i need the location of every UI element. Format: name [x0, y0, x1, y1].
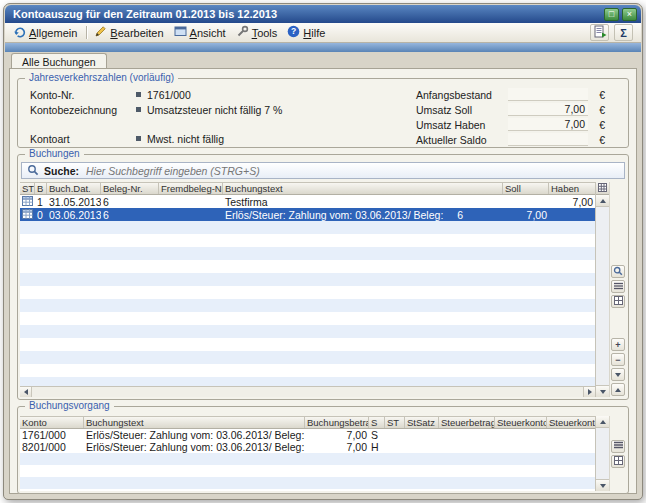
scroll-down-button[interactable]	[596, 385, 609, 397]
column-header-steuerbetrag[interactable]: Steuerbetrag	[439, 417, 495, 428]
cell-steuerkonto1	[495, 429, 547, 441]
column-header-buchungstext[interactable]: Buchungstext	[84, 417, 305, 428]
table-row[interactable]: 1 31.05.2013 6 Testfirma 7,00	[20, 195, 595, 208]
table-row[interactable]	[20, 247, 595, 260]
cell-buchdat: 31.05.2013	[47, 195, 101, 208]
table-row[interactable]: 8201/000 Erlös/Steuer: Zahlung vom: 03.0…	[20, 441, 595, 453]
column-header-st[interactable]: ST	[385, 417, 405, 428]
column-chooser-button[interactable]	[596, 182, 609, 195]
column-header-belegnr[interactable]: Beleg-Nr.	[101, 183, 159, 194]
table-row[interactable]	[20, 364, 595, 377]
nav-down-icon	[615, 373, 621, 377]
table-row[interactable]	[20, 351, 595, 364]
add-row-button[interactable]: +	[611, 338, 625, 351]
list-view-button[interactable]	[611, 440, 625, 453]
table-row[interactable]	[20, 338, 595, 351]
groupbox-buchungsvorgang: Buchungsvorgang Konto Buchungstext Buchu…	[17, 406, 629, 494]
table-row[interactable]	[20, 312, 595, 325]
column-header-steuerkonto1[interactable]: Steuerkonto 1	[495, 417, 547, 428]
titlebar[interactable]: Kontoauszug für den Zeitraum 01.2013 bis…	[5, 5, 641, 23]
cell-konto: 8201/000	[20, 441, 84, 453]
shade-button[interactable]: □	[604, 8, 619, 21]
vertical-scroll-track[interactable]	[596, 207, 609, 385]
menu-bearbeiten[interactable]: Bearbeiten	[90, 24, 169, 41]
menu-ansicht[interactable]: Ansicht	[170, 24, 232, 41]
horizontal-scroll-track[interactable]	[32, 387, 583, 397]
scroll-left-button[interactable]	[20, 387, 32, 397]
cell-buchungstext: Erlös/Steuer: Zahlung vom: 03.06.2013/ B…	[84, 441, 305, 453]
field-konto-nr: Konto-Nr. 1761/000	[30, 87, 282, 102]
field-value: Mwst. nicht fällig	[147, 133, 224, 145]
field-label: Anfangsbestand	[416, 89, 508, 101]
column-header-soll[interactable]: Soll	[503, 183, 549, 194]
search-label: Suche:	[44, 165, 79, 177]
column-header-fremdbelegnr[interactable]: Fremdbeleg-Nr.	[159, 183, 223, 194]
table-row[interactable]	[20, 477, 595, 489]
column-header-steuerkonto2[interactable]: Steuerkonto 2	[547, 417, 595, 428]
column-header-buchungstext[interactable]: Buchungstext	[223, 183, 503, 194]
table-row[interactable]	[20, 453, 595, 465]
table-row[interactable]	[20, 465, 595, 477]
column-header-st[interactable]: ST	[20, 183, 35, 194]
search-bar[interactable]: Suche:	[21, 162, 625, 179]
table-row-selected[interactable]: 0 03.06.2013 6 Erlös/Steuer: Zahlung vom…	[20, 208, 595, 221]
column-header-stsatz[interactable]: StSatz	[405, 417, 439, 428]
table-row[interactable]	[20, 299, 595, 312]
cell-buchungstext: Erlös/Steuer: Zahlung vom: 03.06.2013/ B…	[223, 208, 503, 221]
table-row[interactable]: 1761/000 Erlös/Steuer: Zahlung vom: 03.0…	[20, 429, 595, 441]
vertical-scrollbar[interactable]	[595, 182, 609, 397]
table-row[interactable]	[20, 273, 595, 286]
svg-text:?: ?	[291, 26, 296, 36]
detail-view-button[interactable]	[611, 295, 625, 308]
vertical-scrollbar[interactable]	[595, 416, 609, 491]
field-marker-icon	[136, 92, 141, 97]
column-header-haben[interactable]: Haben	[549, 183, 595, 194]
table-row[interactable]	[20, 377, 595, 386]
scroll-up-button[interactable]	[596, 416, 609, 428]
close-button[interactable]: ×	[622, 8, 637, 21]
allgemein-icon	[13, 25, 26, 40]
report-button[interactable]	[590, 24, 609, 41]
scroll-down-button[interactable]	[596, 479, 609, 491]
hilfe-icon: ?	[287, 25, 300, 40]
field-label: Kontobezeichnung	[30, 104, 136, 116]
sum-button[interactable]: Σ	[614, 24, 633, 41]
vertical-scroll-track[interactable]	[596, 428, 609, 479]
cell-stsatz	[405, 429, 439, 441]
currency-label: €	[593, 134, 605, 146]
zoom-button[interactable]	[611, 265, 625, 278]
field-anfangsbestand: Anfangsbestand €	[416, 87, 618, 102]
horizontal-scrollbar[interactable]	[20, 386, 595, 397]
cell-s: H	[369, 441, 385, 453]
cell-fremdbelegnr	[159, 195, 223, 208]
table-row[interactable]	[20, 260, 595, 273]
table-row[interactable]	[20, 325, 595, 338]
table-row[interactable]	[20, 489, 595, 491]
nav-up-button[interactable]	[611, 383, 625, 396]
menu-allgemein[interactable]: Allgemein	[9, 24, 83, 41]
column-header-buchungsbetrag[interactable]: Buchungsbetrag	[305, 417, 369, 428]
field-aktueller-saldo: Aktueller Saldo €	[416, 132, 618, 147]
list-view-button[interactable]	[611, 280, 625, 293]
column-header-s[interactable]: S	[369, 417, 385, 428]
column-header-konto[interactable]: Konto	[20, 417, 84, 428]
detail-view-button[interactable]	[611, 455, 625, 468]
nav-down-button[interactable]	[611, 368, 625, 381]
table-row[interactable]	[20, 221, 595, 234]
table-row[interactable]	[20, 286, 595, 299]
record-icon	[22, 209, 33, 221]
column-header-b[interactable]: B	[35, 183, 47, 194]
remove-row-button[interactable]: −	[611, 353, 625, 366]
shade-icon: □	[609, 9, 614, 19]
column-header-buchdat[interactable]: Buch.Dat.	[47, 183, 101, 194]
scroll-up-button[interactable]	[596, 195, 609, 207]
scroll-right-button[interactable]	[583, 387, 595, 397]
summary-left-fields: Konto-Nr. 1761/000 Kontobezeichnung Umsa…	[30, 87, 282, 146]
cell-b: 1	[35, 195, 47, 208]
menu-hilfe[interactable]: ? Hilfe	[283, 24, 331, 41]
search-input[interactable]	[84, 164, 619, 178]
menu-tools[interactable]: Tools	[232, 24, 284, 41]
magnifier-icon	[613, 266, 623, 278]
cell-steuerkonto2	[547, 441, 595, 453]
table-row[interactable]	[20, 234, 595, 247]
